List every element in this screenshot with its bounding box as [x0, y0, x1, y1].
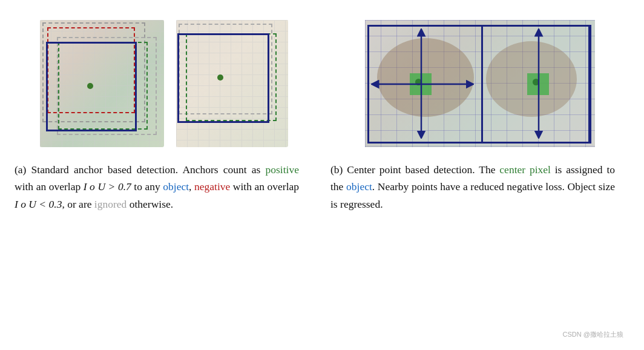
anchor-group-2	[176, 20, 288, 147]
right-panel: (b) Center point based detection. The ce…	[324, 11, 629, 344]
left-panel: (a) Standard anchor based detection. Anc…	[15, 11, 324, 344]
anchor-group-1	[40, 20, 164, 147]
arrow-vertical-right	[533, 28, 545, 139]
main-container: (a) Standard anchor based detection. Anc…	[0, 0, 644, 350]
caption-ignored: ignored	[94, 198, 126, 210]
math-iou-gt: I o U > 0.7	[84, 180, 131, 193]
right-caption: (b) Center point based detection. The ce…	[330, 161, 615, 213]
caption-negative: negative	[194, 180, 230, 193]
caption-a-label: (a) Standard anchor based detection.	[15, 163, 178, 176]
caption-b-label: (b) Center point based detection.	[330, 163, 475, 176]
caption-comma: ,	[189, 180, 194, 193]
right-diagram	[330, 11, 629, 156]
green-dot-1	[87, 83, 93, 89]
caption-otherwise: oth­erwise.	[126, 198, 173, 210]
caption-nearby: . Nearby points have a re­duced negative…	[330, 180, 615, 210]
caption-anchors: Anchors count as	[182, 163, 265, 176]
watermark: CSDN @撒哈拉土狼	[563, 330, 623, 339]
caption-center-pixel: center pixel	[499, 163, 551, 176]
left-caption: (a) Standard anchor based detection. Anc…	[15, 161, 299, 213]
green-dot-2	[217, 74, 223, 81]
caption-positive: positive	[266, 163, 299, 176]
caption-object-right: object	[346, 180, 372, 193]
caption-object: object	[163, 180, 189, 193]
caption-the: The	[479, 163, 499, 176]
arrow-horizontal-left	[371, 79, 474, 90]
right-img-container	[365, 20, 595, 147]
blue-solid-box-2	[177, 33, 269, 123]
caption-with-overlap: with an overlap I o U > 0.7 to any	[15, 180, 163, 193]
left-diagram	[15, 11, 314, 156]
math-iou-lt: I o U < 0.3	[15, 198, 62, 210]
